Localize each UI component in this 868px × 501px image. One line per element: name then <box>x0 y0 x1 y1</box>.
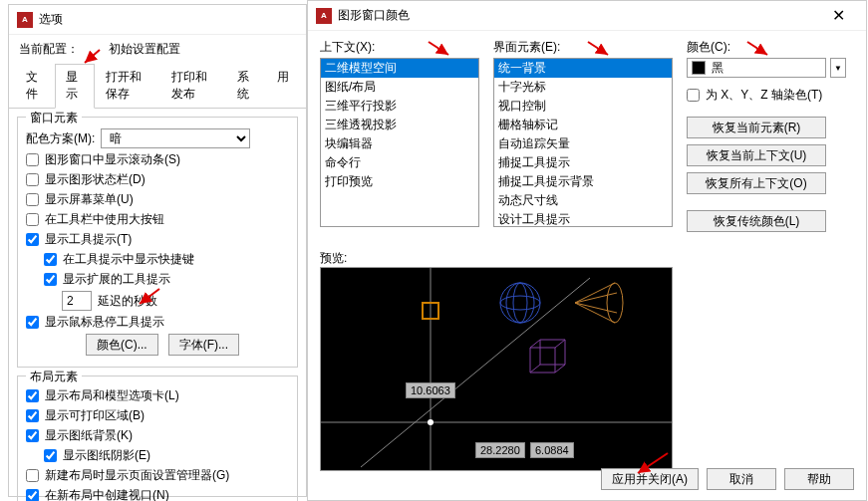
tab-file[interactable]: 文件 <box>15 64 55 108</box>
context-item[interactable]: 三维平行投影 <box>321 97 478 116</box>
context-item[interactable]: 二维模型空间 <box>321 59 478 78</box>
cb-axis-tint[interactable] <box>687 89 700 102</box>
context-listbox[interactable]: 二维模型空间图纸/布局三维平行投影三维透视投影块编辑器命令行打印预览 <box>320 58 479 227</box>
cb-create-viewport[interactable] <box>26 489 39 501</box>
coord-1: 10.6063 <box>406 382 455 398</box>
svg-line-15 <box>555 340 565 348</box>
apply-close-button[interactable]: 应用并关闭(A) <box>601 468 699 490</box>
cb-screenmenu[interactable] <box>26 193 39 206</box>
color-select[interactable]: 黑 <box>687 58 826 78</box>
element-item[interactable]: 栅格轴标记 <box>494 116 672 134</box>
color-titlebar: A 图形窗口颜色 ✕ <box>308 1 866 31</box>
color-dropdown-arrow[interactable]: ▼ <box>830 58 846 78</box>
element-item[interactable]: 统一背景 <box>494 59 672 78</box>
cancel-button[interactable]: 取消 <box>707 468 776 490</box>
preview-label: 预览: <box>320 251 347 265</box>
color-swatch-icon <box>692 61 706 75</box>
initial-config-label: 初始设置配置 <box>109 41 180 58</box>
cb-page-setup[interactable] <box>26 469 39 482</box>
element-listbox[interactable]: 统一背景十字光标视口控制栅格轴标记自动追踪矢量捕捉工具提示捕捉工具提示背景动态尺… <box>493 58 673 227</box>
coord-2a: 28.2280 <box>475 442 525 458</box>
svg-line-12 <box>575 293 617 303</box>
cb-layout-tab[interactable] <box>26 389 39 402</box>
element-item[interactable]: 设计工具提示 <box>494 210 672 227</box>
layout-elements-group: 布局元素 显示布局和模型选项卡(L) 显示可打印区域(B) 显示图纸背景(K) … <box>17 376 298 501</box>
svg-point-4 <box>428 419 434 425</box>
context-item[interactable]: 块编辑器 <box>321 134 478 153</box>
svg-line-14 <box>530 340 540 348</box>
tab-print[interactable]: 打印和发布 <box>160 64 226 108</box>
context-item[interactable]: 打印预览 <box>321 172 478 191</box>
app-icon: A <box>17 12 33 28</box>
close-button[interactable]: ✕ <box>818 2 858 30</box>
window-elements-title: 窗口元素 <box>26 110 82 126</box>
context-label: 上下文(X): <box>320 39 479 56</box>
restore-traditional-button[interactable]: 恢复传统颜色(L) <box>687 210 826 232</box>
layout-elements-title: 布局元素 <box>26 369 82 385</box>
cb-ext-tooltip[interactable] <box>44 273 57 286</box>
app-icon: A <box>316 8 332 24</box>
element-item[interactable]: 视口控制 <box>494 97 672 116</box>
tab-display[interactable]: 显示 <box>55 64 95 109</box>
help-button[interactable]: 帮助 <box>784 468 854 490</box>
color-scheme-label: 配色方案(M): <box>26 130 95 147</box>
element-item[interactable]: 捕捉工具提示背景 <box>494 172 672 191</box>
svg-line-13 <box>575 303 617 313</box>
svg-point-9 <box>607 283 623 323</box>
svg-line-17 <box>530 365 540 373</box>
element-item[interactable]: 自动追踪矢量 <box>494 134 672 153</box>
options-window: A 选项 当前配置： 初始设置配置 文件 显示 打开和保存 打印和发布 系统 用… <box>8 4 307 497</box>
color-scheme-select[interactable]: 暗 <box>101 128 250 148</box>
restore-context-button[interactable]: 恢复当前上下文(U) <box>687 144 826 166</box>
restore-all-button[interactable]: 恢复所有上下文(O) <box>687 172 826 194</box>
cb-paper-bg[interactable] <box>26 429 39 442</box>
options-title: 选项 <box>39 11 298 28</box>
svg-line-11 <box>575 303 615 323</box>
svg-point-7 <box>513 283 527 323</box>
color-label: 颜色(C): <box>687 39 846 56</box>
context-item[interactable]: 图纸/布局 <box>321 78 478 97</box>
fonts-button[interactable]: 字体(F)... <box>168 334 239 356</box>
tab-user[interactable]: 用 <box>266 64 300 108</box>
cb-printable[interactable] <box>26 409 39 422</box>
svg-line-16 <box>555 365 565 373</box>
cb-tooltip[interactable] <box>26 233 39 246</box>
coord-2b: 6.0884 <box>530 442 574 458</box>
cb-statusbar[interactable] <box>26 173 39 186</box>
context-item[interactable]: 三维透视投影 <box>321 116 478 134</box>
options-titlebar: A 选项 <box>9 5 306 35</box>
restore-element-button[interactable]: 恢复当前元素(R) <box>687 117 826 138</box>
preview-canvas: 10.6063 28.2280 6.0884 <box>320 267 673 471</box>
color-title: 图形窗口颜色 <box>338 7 818 24</box>
tabs: 文件 显示 打开和保存 打印和发布 系统 用 <box>9 64 306 109</box>
window-elements-group: 窗口元素 配色方案(M): 暗 图形窗口中显示滚动条(S) 显示图形状态栏(D)… <box>17 117 298 368</box>
tab-opensave[interactable]: 打开和保存 <box>95 64 160 108</box>
color-window: A 图形窗口颜色 ✕ 上下文(X): 二维模型空间图纸/布局三维平行投影三维透视… <box>307 0 867 501</box>
element-label: 界面元素(E): <box>493 39 673 56</box>
cb-bigbutton[interactable] <box>26 213 39 226</box>
svg-point-8 <box>506 283 534 323</box>
cb-scrollbar[interactable] <box>26 153 39 166</box>
context-item[interactable]: 命令行 <box>321 153 478 172</box>
element-item[interactable]: 捕捉工具提示 <box>494 153 672 172</box>
cb-shortcut[interactable] <box>44 253 57 266</box>
current-config-label: 当前配置： <box>19 41 79 58</box>
colors-button[interactable]: 颜色(C)... <box>86 334 158 356</box>
delay-input[interactable] <box>62 291 92 311</box>
cb-paper-shadow[interactable] <box>44 449 57 462</box>
config-row: 当前配置： 初始设置配置 <box>9 35 306 60</box>
tab-system[interactable]: 系统 <box>226 64 266 108</box>
cb-hover-tooltip[interactable] <box>26 316 39 329</box>
element-item[interactable]: 动态尺寸线 <box>494 191 672 210</box>
element-item[interactable]: 十字光标 <box>494 78 672 97</box>
